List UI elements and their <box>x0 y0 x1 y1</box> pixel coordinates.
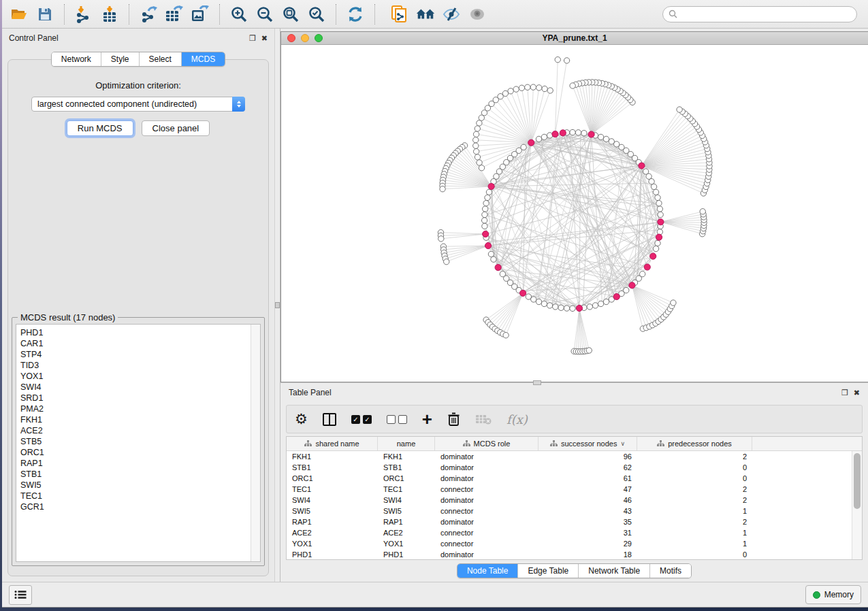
zoom-fit-icon[interactable] <box>280 4 301 24</box>
show-all-icon[interactable] <box>467 4 487 24</box>
network-node[interactable] <box>587 304 592 310</box>
mcds-hub-node[interactable] <box>588 131 594 137</box>
network-node[interactable] <box>473 137 479 143</box>
network-node[interactable] <box>481 218 487 223</box>
tab-network[interactable]: Network <box>52 52 101 66</box>
mcds-result-item[interactable]: STB5 <box>20 436 251 447</box>
import-table-icon[interactable] <box>99 4 120 24</box>
mcds-hub-node[interactable] <box>552 131 558 137</box>
mcds-list-scrollbar[interactable] <box>251 325 260 561</box>
network-node[interactable] <box>555 56 560 62</box>
column-header-MCDS-role[interactable]: MCDS role <box>435 437 539 450</box>
mcds-hub-node[interactable] <box>613 293 620 299</box>
search-box[interactable] <box>662 6 857 22</box>
network-node[interactable] <box>653 246 658 251</box>
network-node[interactable] <box>558 305 564 310</box>
tab-mcds[interactable]: MCDS <box>182 52 225 66</box>
network-node[interactable] <box>570 306 575 311</box>
network-node[interactable] <box>655 240 660 246</box>
network-node[interactable] <box>438 236 444 242</box>
search-input[interactable] <box>681 9 851 20</box>
mcds-result-item[interactable]: GCR1 <box>20 501 251 512</box>
mcds-hub-node[interactable] <box>560 130 566 136</box>
open-session-icon[interactable] <box>9 4 29 24</box>
mcds-hub-node[interactable] <box>656 234 662 240</box>
network-node[interactable] <box>477 120 482 126</box>
function-builder-icon[interactable]: f(x) <box>507 410 528 428</box>
save-session-icon[interactable] <box>35 4 55 24</box>
mcds-hub-node[interactable] <box>488 183 494 189</box>
network-node[interactable] <box>656 201 662 206</box>
network-node[interactable] <box>542 86 547 91</box>
zoom-selected-icon[interactable] <box>306 4 327 24</box>
mcds-hub-node[interactable] <box>495 265 501 271</box>
network-window-titlebar[interactable]: YPA_prune.txt_1 <box>281 32 868 45</box>
new-network-from-selection-icon[interactable] <box>389 4 410 24</box>
network-node[interactable] <box>475 154 480 160</box>
table-row[interactable]: STB1STB1dominator620 <box>287 462 852 473</box>
mcds-result-item[interactable]: SWI5 <box>20 480 251 491</box>
network-node[interactable] <box>586 348 592 353</box>
mcds-result-item[interactable]: SWI4 <box>20 382 251 393</box>
network-node[interactable] <box>603 299 609 304</box>
table-row[interactable]: ACE2ACE2connector311 <box>287 527 852 538</box>
network-node[interactable] <box>483 206 488 212</box>
network-node[interactable] <box>530 84 536 90</box>
mcds-hub-node[interactable] <box>576 305 582 311</box>
column-header-predecessor-nodes[interactable]: predecessor nodes <box>637 437 752 450</box>
network-node[interactable] <box>655 195 660 200</box>
network-node[interactable] <box>479 165 484 171</box>
network-node[interactable] <box>592 303 598 308</box>
network-node[interactable] <box>536 85 542 90</box>
network-node[interactable] <box>547 303 552 308</box>
network-node[interactable] <box>444 259 449 264</box>
column-header-successor-nodes[interactable]: successor nodes∨ <box>539 437 637 450</box>
export-table-icon[interactable] <box>164 4 184 24</box>
network-node[interactable] <box>485 195 490 200</box>
horizontal-splitter-handle[interactable] <box>533 380 541 385</box>
mcds-result-list[interactable]: PHD1CAR1STP4TID3YOX1SWI4SRD1PMA2FKH1ACE2… <box>16 324 261 562</box>
mcds-result-item[interactable]: FKH1 <box>20 414 251 425</box>
mcds-result-item[interactable]: STB1 <box>20 469 251 480</box>
network-node[interactable] <box>653 189 658 195</box>
network-node[interactable] <box>513 86 519 92</box>
mcds-result-item[interactable]: RAP1 <box>20 458 251 469</box>
delete-table-icon[interactable] <box>475 410 492 428</box>
tab-node-table[interactable]: Node Table <box>457 564 519 578</box>
network-node[interactable] <box>525 84 530 90</box>
network-node[interactable] <box>575 130 581 135</box>
network-node[interactable] <box>473 143 479 148</box>
mcds-hub-node[interactable] <box>520 290 526 296</box>
network-node[interactable] <box>473 131 479 137</box>
mcds-result-item[interactable]: SRD1 <box>20 393 251 403</box>
network-view[interactable] <box>281 45 868 382</box>
network-node[interactable] <box>482 223 487 229</box>
select-all-columns-icon[interactable]: ✓✓ <box>351 410 372 428</box>
mcds-hub-node[interactable] <box>483 231 489 237</box>
table-row[interactable]: YOX1YOX1connector291 <box>287 538 852 549</box>
column-header-name[interactable]: name <box>378 437 435 450</box>
run-mcds-button[interactable]: Run MCDS <box>67 120 133 136</box>
mcds-result-item[interactable]: YOX1 <box>20 371 251 382</box>
network-node[interactable] <box>598 134 603 139</box>
mcds-result-item[interactable]: CAR1 <box>20 338 251 349</box>
network-node[interactable] <box>482 212 487 217</box>
zoom-in-icon[interactable] <box>229 4 249 24</box>
network-node[interactable] <box>553 304 558 310</box>
float-panel-icon[interactable]: ❒ <box>841 389 848 397</box>
network-node[interactable] <box>564 58 569 63</box>
table-row[interactable]: SWI4SWI4dominator462 <box>287 495 852 506</box>
network-node[interactable] <box>477 160 482 165</box>
table-row[interactable]: SWI5SWI5connector431 <box>287 506 852 516</box>
network-node[interactable] <box>643 169 648 174</box>
optimization-criterion-select[interactable]: largest connected component (undirected) <box>31 97 245 112</box>
table-row[interactable]: PHD1PHD1dominator180 <box>287 549 852 560</box>
mcds-result-item[interactable]: TID3 <box>20 360 251 371</box>
network-node[interactable] <box>483 201 489 206</box>
network-node[interactable] <box>503 333 509 338</box>
network-node[interactable] <box>491 257 496 262</box>
float-panel-icon[interactable]: ❒ <box>249 35 256 42</box>
mcds-hub-node[interactable] <box>528 139 534 146</box>
mcds-result-item[interactable]: STP4 <box>20 349 251 360</box>
network-node[interactable] <box>671 300 676 306</box>
